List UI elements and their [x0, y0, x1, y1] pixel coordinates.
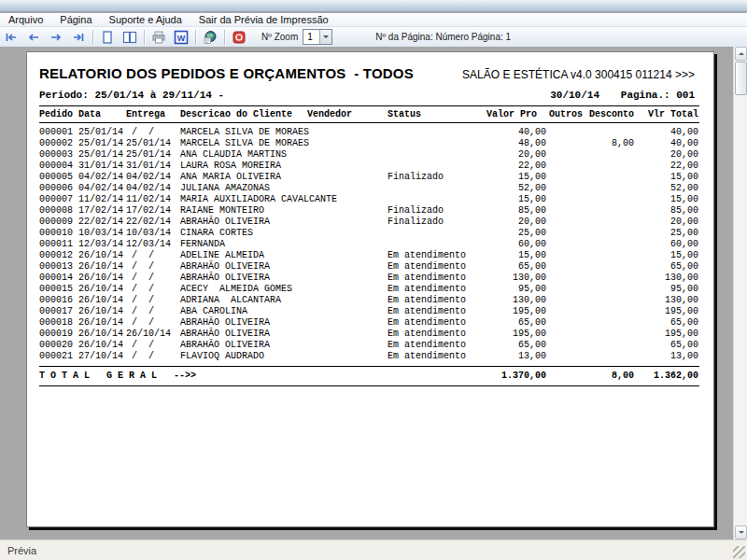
export-word-button[interactable]: W: [171, 28, 191, 47]
report-row: 000017 26/10/14 / / ABA CAROLINA Em aten…: [39, 306, 699, 317]
zoom-select[interactable]: 1: [303, 29, 332, 45]
report-row: 000014 26/10/14 / / ABRAHÃO OLIVEIRA Em …: [39, 273, 699, 284]
toolbar-separator: [224, 30, 225, 45]
report-page-number: Pagina.: 001: [621, 90, 695, 101]
report-row: 000003 25/01/14 25/01/14 ANA CLAUDIA MAR…: [39, 149, 699, 161]
report-row: 000012 26/10/14 / / ADELINE ALMEIDA Em a…: [39, 250, 699, 261]
two-page-icon: [122, 30, 137, 45]
toolbar: W Nº Zoom 1 Nº da Página: Número Página:…: [0, 27, 747, 48]
report-app-version: SALÃO E ESTÉTICA v4.0 300415 011214 >>>: [462, 68, 695, 81]
printer-icon: [151, 30, 166, 45]
report-row: 000006 04/02/14 04/02/14 JULIANA AMAZONA…: [39, 183, 699, 194]
report-row: 000007 11/02/14 11/02/14 MARIA AUXILIADO…: [39, 194, 699, 205]
single-page-icon: [100, 30, 115, 45]
report-period: Periodo: 25/01/14 à 29/11/14 -: [39, 90, 224, 101]
window-titlebar[interactable]: Relatorio dos Pedidos de Vendas - TODOS: [0, 0, 747, 12]
report-row: 000013 26/10/14 / / ABRAHÃO OLIVEIRA Em …: [39, 261, 699, 273]
menu-arquivo[interactable]: Arquivo: [0, 13, 51, 26]
column-header: Vendedor: [307, 109, 388, 120]
total-valor-pro: 1.370,00: [483, 371, 546, 382]
column-header: Pedido: [39, 109, 78, 120]
column-header: Status: [388, 109, 483, 120]
preview-area: RELATORIO DOS PEDIDOS E ORÇAMENTOS - TOD…: [0, 47, 747, 539]
export-html-button[interactable]: [200, 28, 220, 47]
report-row: 000018 26/10/14 / / ABRAHÃO OLIVEIRA Em …: [39, 317, 699, 329]
divider: [39, 385, 699, 386]
single-page-view-button[interactable]: [97, 28, 118, 47]
print-button[interactable]: [148, 28, 169, 47]
toolbar-separator: [92, 30, 93, 45]
first-page-icon: [4, 30, 19, 45]
zoom-label: Nº Zoom: [261, 32, 298, 42]
first-page-button[interactable]: [1, 28, 21, 47]
report-row: 000004 31/01/14 31/01/14 LAURA ROSA MORE…: [39, 161, 699, 172]
column-header: Vlr Total: [634, 109, 698, 120]
status-bar: Prévia: [0, 539, 747, 560]
column-header: Valor Pro: [483, 109, 546, 120]
next-page-icon: [49, 30, 63, 45]
next-page-button[interactable]: [46, 28, 66, 47]
scroll-down-button[interactable]: [735, 525, 747, 539]
report-date: 30/10/14: [550, 90, 599, 101]
vertical-scrollbar[interactable]: [733, 47, 747, 539]
report-rows: 000001 25/01/14 / / MARCELA SILVA DE MOR…: [39, 127, 699, 362]
svg-text:W: W: [177, 33, 186, 42]
report-row: 000016 26/10/14 / / ADRIANA ALCANTARA Em…: [39, 295, 699, 306]
menu-bar: Arquivo Página Suporte e Ajuda Sair da P…: [0, 13, 747, 27]
column-header: Data: [78, 109, 126, 120]
last-page-icon: [71, 30, 86, 45]
two-page-view-button[interactable]: [120, 28, 140, 47]
report-row: 000009 22/02/14 22/02/14 ABRAHÃO OLIVEIR…: [39, 217, 699, 228]
total-vlr-total: 1.362,00: [634, 371, 698, 382]
column-header: Outros: [546, 109, 583, 120]
close-report-button[interactable]: [229, 28, 249, 47]
globe-icon: [203, 30, 218, 45]
menu-sair-da-previa[interactable]: Sair da Prévia de Impressão: [190, 13, 337, 26]
report-title: RELATORIO DOS PEDIDOS E ORÇAMENTOS - TOD…: [39, 65, 414, 81]
toolbar-separator: [144, 30, 145, 45]
divider: [39, 366, 699, 367]
total-desconto: 8,00: [583, 371, 634, 382]
total-outros: [546, 371, 583, 382]
report-row: 000019 26/10/14 26/10/14 ABRAHÃO OLIVEIR…: [39, 329, 699, 340]
arrow-up-icon: [739, 49, 744, 55]
scrollbar-thumb[interactable]: [735, 62, 747, 95]
report-row: 000010 10/03/14 10/03/14 CINARA CORTES 2…: [39, 228, 699, 239]
column-header: Desconto: [583, 109, 634, 120]
report-row: 000020 26/10/14 / / ABRAHÃO OLIVEIRA Em …: [39, 340, 699, 351]
close-report-icon: [232, 30, 247, 45]
zoom-value: 1: [303, 32, 319, 42]
table-header: Pedido Data Entrega Descricao do Cliente…: [39, 109, 699, 120]
report-row: 000008 17/02/14 17/02/14 RAIANE MONTEIRO…: [39, 205, 699, 217]
report-row: 000015 26/10/14 / / ACECY ALMEIDA GOMES …: [39, 284, 699, 295]
report-page: RELATORIO DOS PEDIDOS E ORÇAMENTOS - TOD…: [26, 51, 714, 527]
arrow-down-icon: [739, 531, 744, 537]
menu-suporte-e-ajuda[interactable]: Suporte e Ajuda: [101, 13, 190, 26]
column-header: Entrega: [126, 109, 180, 120]
report-row: 000011 12/03/14 12/03/14 FERNANDA 60,00 …: [39, 239, 699, 250]
word-icon: W: [174, 30, 189, 45]
previous-page-button[interactable]: [23, 28, 44, 47]
report-row: 000001 25/01/14 / / MARCELA SILVA DE MOR…: [39, 127, 699, 138]
status-text: Prévia: [0, 545, 36, 556]
toolbar-separator: [195, 30, 196, 45]
divider: [39, 105, 699, 106]
scroll-up-button[interactable]: [735, 47, 747, 61]
total-row: T O T A L G E R A L -->> 1.370,00 8,00 1…: [39, 371, 699, 382]
divider: [39, 122, 699, 123]
total-label: T O T A L G E R A L -->>: [39, 371, 483, 382]
column-header: Descricao do Cliente: [180, 109, 307, 120]
previous-page-icon: [26, 30, 41, 45]
resize-grip[interactable]: [733, 546, 745, 558]
report-row: 000021 27/10/14 / / FLAVIOQ AUDRADO Em a…: [39, 351, 699, 362]
report-row: 000005 04/02/14 04/02/14 ANA MARIA OLIVE…: [39, 172, 699, 183]
menu-pagina[interactable]: Página: [51, 13, 100, 26]
last-page-button[interactable]: [68, 28, 89, 47]
chevron-down-icon[interactable]: [319, 30, 331, 44]
page-info: Nº da Página: Número Página: 1: [375, 32, 511, 42]
report-row: 000002 25/01/14 25/01/14 MARCELA SILVA D…: [39, 138, 699, 149]
